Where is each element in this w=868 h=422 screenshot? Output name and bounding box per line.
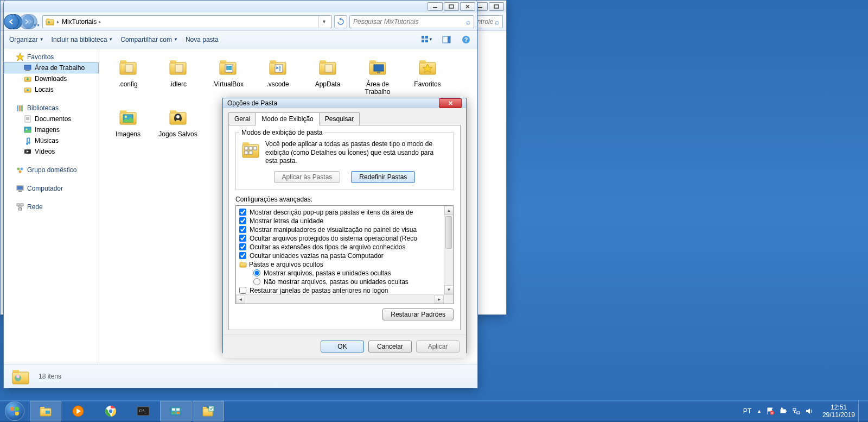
advanced-setting-item[interactable]: Ocultar as extensões dos tipos de arquiv… (239, 243, 450, 251)
advanced-setting-item[interactable]: Ocultar unidades vazias na pasta Computa… (239, 251, 450, 260)
taskbar-controlpanel[interactable] (160, 401, 192, 421)
file-item[interactable]: .vscode (254, 54, 301, 100)
file-item[interactable]: Jogos Salvos (155, 104, 201, 150)
scroll-right-button[interactable]: ► (435, 295, 444, 304)
sidebar-network[interactable]: Rede (4, 201, 99, 212)
advanced-setting-item[interactable]: Mostrar arquivos, pastas e unidades ocul… (239, 269, 450, 278)
breadcrumb-dropdown[interactable]: ▼ (318, 16, 329, 28)
advanced-setting-item[interactable]: Restaurar janelas de pastas anteriores n… (239, 286, 450, 295)
dialog-close-button[interactable]: ✕ (439, 98, 462, 108)
scroll-up-button[interactable]: ▲ (444, 206, 454, 215)
svg-rect-35 (120, 60, 126, 64)
include-library-menu[interactable]: Incluir na biblioteca▼ (52, 36, 113, 43)
tab-pesquisar[interactable]: Pesquisar (319, 112, 360, 125)
sidebar-item-places[interactable]: Locais (4, 84, 99, 95)
ok-button[interactable]: OK (321, 341, 364, 352)
new-folder-button[interactable]: Nova pasta (186, 36, 219, 43)
share-menu[interactable]: Compartilhar com▼ (120, 36, 178, 43)
svg-rect-8 (425, 40, 428, 42)
preview-pane-button[interactable] (441, 34, 452, 46)
setting-checkbox[interactable] (239, 287, 246, 294)
clock[interactable]: 12:51 29/11/2019 (819, 404, 858, 419)
setting-checkbox[interactable] (239, 209, 246, 216)
setting-radio[interactable] (253, 269, 260, 276)
tray-arrow[interactable]: ▲ (757, 408, 762, 414)
apply-button[interactable]: Aplicar (416, 341, 459, 352)
breadcrumb[interactable]: ▸ MixTutoriais ▸ ▼ (42, 15, 332, 28)
svg-rect-51 (369, 60, 376, 64)
svg-rect-126 (793, 408, 796, 411)
advanced-setting-item[interactable]: Mostrar descrição pop-up para pastas e i… (239, 208, 450, 217)
advanced-setting-item[interactable]: Ocultar arquivos protegidos do sistema o… (239, 234, 450, 243)
sidebar-favorites-header[interactable]: Favoritos (4, 52, 99, 62)
search-box[interactable]: ⌕ (349, 15, 474, 28)
file-item[interactable]: .config (105, 54, 151, 100)
restore-defaults-button[interactable]: Restaurar Padrões (382, 308, 454, 320)
sidebar-item-pictures[interactable]: Imagens (4, 124, 99, 135)
sidebar-item-music[interactable]: Músicas (4, 135, 99, 146)
svg-rect-107 (46, 411, 50, 414)
scroll-down-button[interactable]: ▼ (444, 285, 454, 294)
file-item[interactable]: Área de Trabalho (354, 54, 401, 100)
taskbar-mediaplayer[interactable] (62, 401, 94, 421)
scroll-left-button[interactable]: ◄ (236, 295, 245, 304)
svg-rect-5 (422, 36, 424, 39)
cancel-button[interactable]: Cancelar (368, 341, 412, 352)
cp-back-button[interactable] (4, 14, 19, 29)
advanced-setting-item[interactable]: Mostrar letras da unidade (239, 217, 450, 225)
flag-icon[interactable]: ✕ (766, 407, 775, 415)
tab-geral[interactable]: Geral (228, 112, 256, 125)
breadcrumb-folder[interactable]: MixTutoriais (62, 18, 97, 26)
organize-menu[interactable]: Organizar▼ (9, 36, 44, 43)
cp-forward-button[interactable] (19, 14, 34, 29)
setting-radio[interactable] (253, 278, 260, 285)
svg-rect-13 (24, 65, 31, 70)
advanced-setting-item[interactable]: Pastas e arquivos ocultos (239, 260, 450, 269)
reset-folders-button[interactable]: Redefinir Pastas (351, 171, 415, 183)
power-icon[interactable] (779, 407, 788, 415)
minimize-button[interactable] (427, 2, 443, 11)
setting-checkbox[interactable] (239, 235, 246, 242)
file-item[interactable]: .idlerc (155, 54, 201, 100)
show-desktop-button[interactable] (858, 400, 865, 422)
taskbar-chrome[interactable] (95, 401, 126, 421)
advanced-setting-item[interactable]: Não mostrar arquivos, pastas ou unidades… (239, 278, 450, 286)
setting-checkbox[interactable] (239, 243, 246, 250)
help-button[interactable]: ? (460, 34, 472, 46)
advanced-setting-item[interactable]: Mostrar manipuladores de visualização no… (239, 225, 450, 234)
file-label: Jogos Salvos (158, 130, 197, 138)
close-button[interactable] (460, 2, 475, 11)
setting-checkbox[interactable] (239, 217, 246, 224)
setting-checkbox[interactable] (239, 252, 246, 259)
taskbar-explorer[interactable] (30, 401, 61, 421)
sidebar-homegroup[interactable]: Grupo doméstico (4, 165, 99, 175)
file-item[interactable]: Imagens (105, 104, 151, 150)
volume-icon[interactable] (805, 407, 814, 415)
sidebar-computer[interactable]: Computador (4, 183, 99, 194)
cp-maximize-button[interactable] (489, 2, 504, 11)
sidebar-item-downloads[interactable]: Downloads (4, 73, 99, 84)
lang-indicator[interactable]: PT (743, 407, 751, 415)
maximize-button[interactable] (444, 2, 459, 11)
network-icon[interactable] (792, 407, 801, 415)
refresh-button[interactable] (334, 15, 347, 28)
tab-modo-exibicao[interactable]: Modo de Exibição (256, 112, 319, 125)
sidebar-item-desktop[interactable]: Área de Trabalho (4, 62, 99, 73)
svg-rect-31 (17, 204, 20, 206)
sidebar-item-videos[interactable]: Vídeos (4, 146, 99, 157)
file-item[interactable]: .VirtualBox (205, 54, 251, 100)
search-input[interactable] (353, 18, 466, 26)
sidebar-libraries-header[interactable]: Bibliotecas (4, 103, 99, 114)
view-options-button[interactable]: ▼ (421, 34, 433, 46)
horizontal-scrollbar[interactable]: ◄ ► (236, 294, 453, 304)
vertical-scrollbar[interactable]: ▲ ▼ (444, 206, 453, 294)
file-item[interactable]: Favoritos (404, 54, 451, 100)
taskbar-cmd[interactable]: C:\_ (127, 401, 159, 421)
sidebar-item-documents[interactable]: Documentos (4, 114, 99, 124)
setting-checkbox[interactable] (239, 226, 246, 233)
svg-rect-68 (494, 5, 499, 8)
taskbar-folderoptions[interactable] (193, 401, 224, 421)
file-item[interactable]: AppData (304, 54, 351, 100)
start-button[interactable] (0, 400, 29, 422)
apply-to-folders-button[interactable]: Aplicar às Pastas (274, 171, 341, 183)
